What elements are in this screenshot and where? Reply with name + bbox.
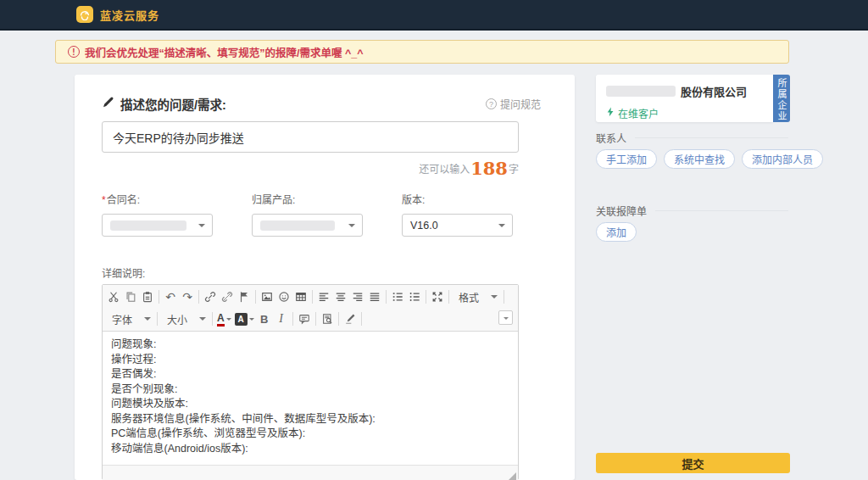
submit-button[interactable]: 提交 — [596, 453, 790, 473]
redacted-value — [260, 220, 335, 231]
bulleted-list-icon[interactable] — [406, 288, 423, 306]
font-dropdown-label: 字体 — [112, 312, 132, 327]
unlink-icon[interactable] — [219, 288, 236, 306]
flag-anchor-icon[interactable] — [236, 288, 253, 306]
redacted-value — [110, 220, 186, 231]
editor-line: PC端信息(操作系统、浏览器型号及版本): — [111, 427, 509, 442]
italic-button[interactable]: I — [273, 310, 290, 328]
chevron-down-icon — [249, 318, 254, 323]
link-icon[interactable] — [202, 288, 219, 306]
product-select[interactable] — [252, 214, 363, 237]
toolbar-separator — [312, 290, 313, 304]
divider — [655, 210, 788, 211]
company-name-suffix: 股份有限公司 — [681, 83, 747, 99]
cut-icon[interactable] — [105, 288, 122, 306]
editor-line: 问题现象: — [111, 338, 509, 353]
size-dropdown[interactable]: 大小 — [160, 310, 209, 328]
notice-text: 我们会优先处理“描述清晰、填写规范”的报障/需求单喔 ^_^ — [85, 44, 364, 60]
page-title: 描述您的问题/需求: — [120, 95, 226, 113]
justify-icon[interactable] — [366, 288, 383, 306]
subject-input[interactable] — [102, 121, 519, 153]
text-color-button[interactable]: A — [215, 310, 233, 328]
related-tickets-label: 关联报障单 — [596, 204, 647, 218]
chevron-down-icon — [226, 318, 231, 323]
toolbar-separator — [212, 312, 213, 326]
format-dropdown[interactable]: 格式 — [452, 287, 501, 306]
preview-icon[interactable] — [319, 310, 336, 328]
toolbar-separator — [386, 290, 387, 304]
toolbar-separator — [315, 312, 316, 326]
contract-select[interactable] — [102, 214, 213, 237]
redo-icon[interactable]: ↷ — [179, 288, 196, 306]
toolbar-separator — [157, 312, 158, 326]
app-root: 蓝凌云服务 ! 我们会优先处理“描述清晰、填写规范”的报障/需求单喔 ^_^ 描… — [0, 0, 868, 480]
priority-notice-banner: ! 我们会优先处理“描述清晰、填写规范”的报障/需求单喔 ^_^ — [55, 40, 789, 64]
editor-line: 移动端信息(Android/ios版本): — [111, 442, 509, 457]
pencil-icon — [102, 96, 114, 112]
chevron-down-icon — [199, 317, 206, 324]
bold-button[interactable]: B — [256, 310, 273, 328]
char-counter: 还可以输入188字 — [102, 158, 519, 179]
align-right-icon[interactable] — [349, 288, 366, 306]
copy-icon[interactable] — [122, 288, 139, 306]
numbered-list-icon[interactable] — [389, 288, 406, 306]
find-in-system-button[interactable]: 系统中查找 — [664, 149, 735, 169]
undo-icon[interactable]: ↶ — [162, 288, 179, 306]
related-tickets-buttons: 添加 — [596, 222, 637, 242]
divider — [635, 137, 788, 138]
resize-handle[interactable] — [509, 472, 516, 480]
toolbar-separator — [292, 312, 293, 326]
ticket-form-card: 描述您的问题/需求: ? 提问规范 还可以输入188字 *合同名: 归属产品: … — [75, 75, 575, 480]
editor-line: 是否偶发: — [111, 367, 509, 382]
add-internal-staff-button[interactable]: 添加内部人员 — [742, 149, 823, 169]
toolbar-separator — [338, 312, 339, 326]
related-tickets-section-header: 关联报障单 — [596, 204, 788, 218]
format-dropdown-label: 格式 — [459, 290, 479, 304]
company-status: 在维客户 — [606, 106, 765, 120]
contacts-section-header: 联系人 — [596, 131, 788, 145]
editor-status-bar — [103, 465, 518, 480]
align-left-icon[interactable] — [315, 288, 332, 306]
toolbar-row-1: ↶ ↷ — [105, 286, 515, 308]
add-manually-button[interactable]: 手工添加 — [596, 149, 657, 169]
toolbar-separator — [448, 290, 449, 304]
toolbar-separator — [255, 290, 256, 304]
text-color-icon: A — [217, 312, 225, 327]
table-icon[interactable] — [292, 288, 309, 306]
cloud-logo-icon — [76, 6, 93, 23]
version-select[interactable]: V16.0 — [402, 214, 513, 237]
font-dropdown[interactable]: 字体 — [105, 310, 154, 328]
collapse-toolbar-button[interactable] — [498, 310, 513, 325]
paste-icon[interactable] — [139, 288, 156, 306]
brand-name: 蓝凌云服务 — [100, 7, 159, 23]
brand-logo[interactable]: 蓝凌云服务 — [76, 6, 159, 23]
background-color-button[interactable]: A — [233, 310, 256, 328]
editor-line: 操作过程: — [111, 353, 509, 368]
align-center-icon[interactable] — [332, 288, 349, 306]
question-guideline-label: 提问规范 — [500, 97, 541, 111]
editor-toolbar: ↶ ↷ — [103, 285, 518, 332]
editor-line: 是否个别现象: — [111, 382, 509, 398]
smiley-icon[interactable] — [275, 288, 292, 306]
contacts-label: 联系人 — [596, 131, 626, 145]
blockquote-icon[interactable] — [296, 310, 313, 328]
required-mark: * — [102, 194, 106, 206]
toolbar-separator — [159, 290, 159, 304]
contacts-buttons: 手工添加 系统中查找 添加内部人员 — [596, 149, 823, 169]
question-guideline-link[interactable]: ? 提问规范 — [486, 97, 541, 111]
detail-label: 详细说明: — [102, 265, 145, 280]
toolbar-row-2: 字体 大小 A A B I — [105, 308, 515, 330]
question-circle-icon: ? — [486, 98, 497, 109]
size-dropdown-label: 大小 — [167, 312, 187, 327]
maximize-icon[interactable] — [429, 288, 446, 306]
background-color-icon: A — [235, 313, 248, 326]
image-icon[interactable] — [259, 288, 275, 306]
editor-line: 服务器环境信息(操作系统、中间件、数据库型号及版本): — [111, 412, 509, 427]
remove-format-icon[interactable] — [342, 310, 359, 328]
company-type-tab: 所属企业 — [773, 75, 790, 122]
chevron-down-icon — [144, 317, 151, 324]
editor-content[interactable]: 问题现象: 操作过程: 是否偶发: 是否个别现象: 问题模块及版本: 服务器环境… — [103, 332, 518, 465]
add-related-ticket-button[interactable]: 添加 — [596, 222, 637, 242]
toolbar-separator — [198, 290, 199, 304]
toolbar-separator — [426, 290, 426, 304]
